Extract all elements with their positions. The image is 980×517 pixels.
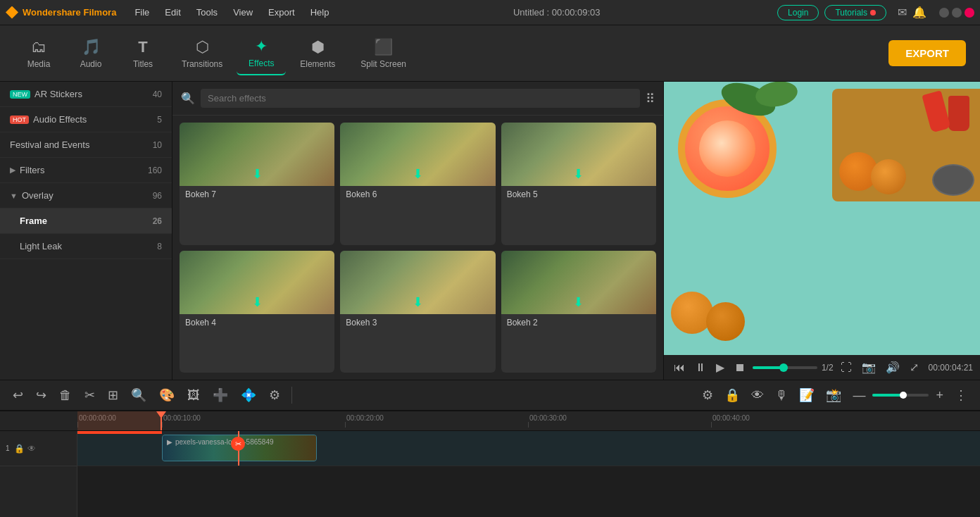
menu-help[interactable]: Help — [303, 4, 337, 20]
wooden-board — [832, 89, 980, 201]
transitions-icon: ⬡ — [196, 38, 209, 56]
color-button[interactable]: 🎨 — [155, 385, 179, 406]
expand-icon[interactable]: ⤢ — [907, 359, 922, 375]
toolbar-audio[interactable]: 🎵 Audio — [66, 32, 115, 75]
export-button[interactable]: EXPORT — [888, 40, 966, 66]
zoom-in-button[interactable]: + — [931, 385, 948, 406]
play-button[interactable]: ▶ — [713, 359, 727, 375]
notification-icon[interactable]: 🔔 — [912, 6, 926, 19]
track-header-1: 1 🔒 👁 — [0, 431, 77, 466]
lock-button[interactable]: 🔒 — [720, 385, 744, 406]
close-button[interactable]: ✕ — [965, 8, 974, 18]
fullscreen-icon[interactable]: ⛶ — [838, 360, 855, 375]
ruler-label-1: 00:00:10:00 — [162, 414, 201, 422]
menu-bar: File Edit Tools View Export Help — [127, 4, 336, 20]
zoom-slider[interactable] — [872, 394, 929, 397]
audio-tool-button[interactable]: ⚙ — [265, 385, 284, 406]
effect-name-bokeh2: Bokeh 2 — [501, 314, 656, 331]
search-icon: 🔍 — [181, 92, 195, 105]
sidebar-item-frame[interactable]: Frame 26 — [0, 208, 172, 234]
add-button[interactable]: ➕ — [208, 385, 232, 406]
effect-name-bokeh4: Bokeh 4 — [180, 314, 334, 331]
effect-card-bokeh4[interactable]: ⬇ Bokeh 4 — [180, 251, 334, 373]
lock-track-icon[interactable]: 🔒 — [14, 444, 25, 454]
toolbar-effects[interactable]: ✦ Effects — [237, 32, 286, 75]
menu-view[interactable]: View — [226, 4, 260, 20]
image-button[interactable]: 🖼 — [183, 385, 204, 406]
stop-button[interactable]: ⏹ — [731, 360, 748, 375]
menu-file[interactable]: File — [127, 4, 156, 20]
login-button[interactable]: Login — [777, 5, 819, 20]
effects-panel: 🔍 ⠿ ⬇ Bokeh 7 ⬇ Bokeh 6 ⬇ — [172, 82, 663, 380]
frame-back-button[interactable]: ⏸ — [692, 360, 709, 375]
effect-card-bokeh5[interactable]: ⬇ Bokeh 5 — [501, 123, 656, 245]
progress-thumb — [779, 363, 788, 372]
effect-card-bokeh6[interactable]: ⬇ Bokeh 6 — [340, 123, 495, 245]
title-bar: Wondershare Filmora File Edit Tools View… — [0, 0, 980, 25]
timeline-content: 1 🔒 👁 ▶ pexels-vanessa-loring-5865849 — [0, 431, 980, 517]
voice-button[interactable]: 🎙 — [771, 385, 792, 406]
sidebar-item-audio-effects[interactable]: HOT Audio Effects 5 — [0, 107, 172, 132]
download-icon-bokeh6: ⬇ — [413, 166, 423, 182]
effect-card-bokeh3[interactable]: ⬇ Bokeh 3 — [340, 251, 495, 373]
effect-card-bokeh7[interactable]: ⬇ Bokeh 7 — [180, 123, 334, 245]
track-settings-button[interactable]: ⚙ — [698, 385, 717, 406]
ruler-mark-3: 00:00:30:00 — [528, 414, 711, 428]
light-leak-count: 8 — [157, 242, 162, 251]
step-back-button[interactable]: ⏮ — [671, 360, 688, 375]
effects-grid: ⬇ Bokeh 7 ⬇ Bokeh 6 ⬇ Bokeh 5 ⬇ — [172, 116, 663, 380]
mail-icon[interactable]: ✉ — [898, 6, 907, 19]
crop-button[interactable]: ⊞ — [103, 385, 122, 406]
track-number-1: 1 — [6, 444, 10, 452]
effect-card-bokeh2[interactable]: ⬇ Bokeh 2 — [501, 251, 656, 373]
toolbar-media[interactable]: 🗂 Media — [14, 32, 63, 75]
bottom-toolbar-right: ⚙ 🔒 👁 🎙 📝 📸 — + ⋮ — [698, 385, 972, 406]
subtitle-button[interactable]: 📝 — [795, 385, 819, 406]
zoom-in-timeline-button[interactable]: 🔍 — [127, 385, 151, 406]
volume-icon[interactable]: 🔊 — [883, 359, 903, 375]
menu-edit[interactable]: Edit — [158, 4, 187, 20]
timeline-ruler: 00:00:00:00 00:00:10:00 00:00:20:00 00:0… — [0, 411, 980, 431]
playhead-region — [77, 411, 162, 430]
screenshot-icon[interactable]: 📷 — [859, 359, 879, 375]
undo-button[interactable]: ↩ — [8, 385, 27, 406]
overlay-count: 96 — [153, 191, 162, 201]
maximize-button[interactable]: □ — [952, 8, 962, 18]
search-input[interactable] — [201, 89, 640, 108]
overlay-chevron-icon: ▼ — [10, 192, 18, 200]
minimize-button[interactable]: — — [939, 8, 949, 18]
zoom-out-button[interactable]: — — [848, 385, 869, 406]
ruler-label-4: 00:00:40:00 — [711, 414, 750, 422]
app-logo: Wondershare Filmora — [6, 6, 116, 19]
sidebar-item-light-leak[interactable]: Light Leak 8 — [0, 234, 172, 259]
progress-bar[interactable] — [753, 366, 817, 369]
menu-tools[interactable]: Tools — [189, 4, 225, 20]
new-badge: NEW — [10, 90, 30, 99]
visibility-button[interactable]: 👁 — [747, 385, 768, 406]
toolbar-split-screen[interactable]: ⬛ Split Screen — [349, 32, 417, 75]
effect-thumb-bokeh7: ⬇ — [180, 123, 334, 186]
festival-events-count: 10 — [153, 140, 162, 150]
audio-label: Audio — [80, 59, 102, 69]
bottom-toolbar: ↩ ↪ 🗑 ✂ ⊞ 🔍 🎨 🖼 ➕ 💠 ⚙ ⚙ 🔒 👁 🎙 📝 📸 — + ⋮ — [0, 380, 980, 411]
sidebar-item-filters[interactable]: ▶ Filters 160 — [0, 158, 172, 183]
menu-export[interactable]: Export — [261, 4, 302, 20]
sidebar-item-overlay[interactable]: ▼ Overlay 96 — [0, 183, 172, 208]
zoom-select[interactable]: 1/2 — [822, 363, 834, 373]
effects-tool-button[interactable]: 💠 — [237, 385, 260, 406]
toolbar-transitions[interactable]: ⬡ Transitions — [170, 32, 234, 75]
cut-button[interactable]: ✂ — [80, 385, 99, 406]
visibility-track-icon[interactable]: 👁 — [27, 444, 36, 454]
sidebar-item-ar-stickers[interactable]: NEW AR Stickers 40 — [0, 82, 172, 107]
more-button[interactable]: ⋮ — [950, 385, 972, 406]
toolbar-elements[interactable]: ⬢ Elements — [289, 32, 346, 75]
grid-view-button[interactable]: ⠿ — [646, 91, 655, 106]
tutorials-button[interactable]: Tutorials — [824, 5, 886, 20]
delete-button[interactable]: 🗑 — [55, 385, 76, 406]
screenshot-tool-button[interactable]: 📸 — [822, 385, 846, 406]
sidebar-item-festival-events[interactable]: Festival and Events 10 — [0, 132, 172, 158]
redo-button[interactable]: ↪ — [32, 385, 51, 406]
effect-thumb-bokeh3: ⬇ — [340, 251, 495, 314]
filters-label: Filters — [20, 165, 44, 175]
toolbar-titles[interactable]: T Titles — [118, 32, 168, 75]
